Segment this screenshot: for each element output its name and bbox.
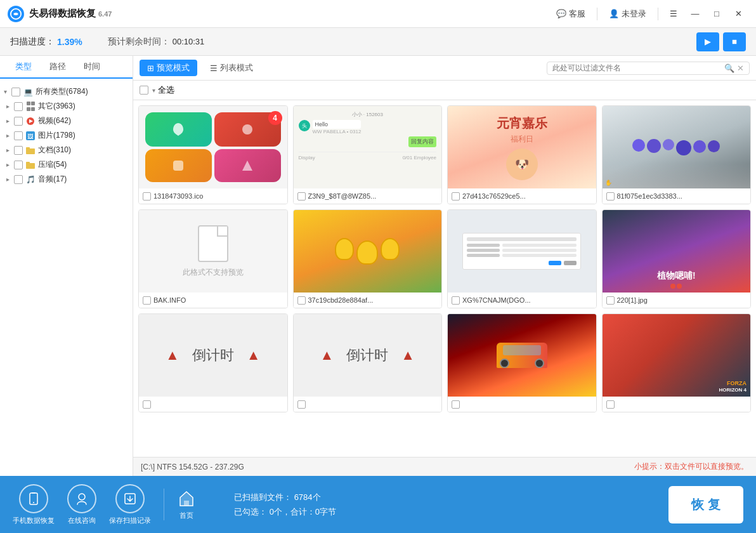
tree-item-image[interactable]: ▸ 🖼 图片(1798) bbox=[0, 128, 133, 143]
chat-icon: 💬 bbox=[556, 9, 566, 18]
menu-button[interactable]: ☰ bbox=[663, 5, 684, 23]
item-checkbox[interactable] bbox=[452, 400, 460, 409]
apps-icon bbox=[25, 102, 36, 112]
svg-rect-17 bbox=[184, 501, 189, 506]
item-checkbox[interactable] bbox=[606, 400, 615, 409]
file-name: 37c19cbd28e884af... bbox=[308, 296, 374, 304]
grid-item[interactable]: 植物嗯哺! 220[1].jpg bbox=[602, 209, 752, 308]
video-checkbox[interactable] bbox=[14, 117, 23, 126]
title-bar: 失易得数据恢复6.47 💬 客服 👤 未登录 ☰ — □ ✕ bbox=[0, 0, 756, 28]
item-checkbox[interactable] bbox=[143, 296, 151, 305]
mobile-recovery-button[interactable]: 手机数据恢复 bbox=[13, 484, 55, 525]
filter-input[interactable] bbox=[552, 63, 724, 72]
thumb-forza2: FORZA HORIZON 4 bbox=[603, 314, 751, 397]
svg-rect-8 bbox=[26, 162, 30, 164]
thumb-countdown2: ▲ 倒计时 ▲ bbox=[294, 314, 442, 397]
file-name: BAK.INFO bbox=[153, 296, 186, 304]
login-button[interactable]: 👤 未登录 bbox=[603, 6, 653, 22]
item-checkbox[interactable] bbox=[297, 400, 306, 409]
tree-root-label: 所有类型(6784) bbox=[36, 86, 88, 97]
select-all-label: 全选 bbox=[158, 84, 174, 96]
tab-time[interactable]: 时间 bbox=[75, 56, 109, 77]
grid-item[interactable]: XG%7CNAJM(DGO... bbox=[447, 209, 597, 308]
online-consult-button[interactable]: 在线咨询 bbox=[67, 484, 96, 525]
grid-item[interactable]: ▲ 倒计时 ▲ bbox=[138, 313, 288, 412]
item-checkbox[interactable] bbox=[606, 192, 615, 201]
grid-footer: 37c19cbd28e884af... bbox=[294, 293, 442, 308]
stop-button[interactable]: ■ bbox=[723, 32, 746, 51]
customer-service-button[interactable]: 💬 客服 bbox=[550, 6, 592, 22]
grid-item[interactable] bbox=[447, 313, 597, 412]
tab-type[interactable]: 类型 bbox=[6, 56, 41, 79]
tree-item-video[interactable]: ▸ 视频(642) bbox=[0, 114, 133, 128]
no-preview-text: 此格式不支持预览 bbox=[183, 267, 244, 278]
item-checkbox[interactable] bbox=[143, 400, 151, 409]
grid-item[interactable]: ✋ 81f075e1ec3d3383... bbox=[602, 105, 752, 204]
list-mode-button[interactable]: ☰ 列表模式 bbox=[202, 60, 261, 76]
grid-item[interactable]: 37c19cbd28e884af... bbox=[293, 209, 443, 308]
item-checkbox[interactable] bbox=[143, 192, 151, 201]
item-checkbox[interactable] bbox=[606, 296, 615, 305]
image-label: 图片(1798) bbox=[38, 130, 75, 141]
svg-rect-14 bbox=[32, 492, 36, 494]
close-button[interactable]: ✕ bbox=[728, 5, 748, 23]
clear-icon[interactable]: ✕ bbox=[737, 63, 744, 73]
thumb-app-icon: 4 bbox=[139, 106, 287, 188]
item-checkbox[interactable] bbox=[452, 296, 460, 305]
grid-item[interactable]: 4 1318473093.ico bbox=[138, 105, 288, 204]
folder-icon bbox=[25, 145, 36, 155]
grid-footer bbox=[603, 397, 751, 412]
grid-footer bbox=[448, 397, 596, 412]
tree-item-doc[interactable]: ▸ 文档(310) bbox=[0, 143, 133, 157]
thumb-countdown1: ▲ 倒计时 ▲ bbox=[139, 314, 287, 397]
eta-value: 00:10:31 bbox=[173, 37, 205, 46]
minimize-button[interactable]: — bbox=[685, 5, 705, 23]
video-icon bbox=[25, 116, 36, 126]
tree-item-audio[interactable]: ▸ 🎵 音频(17) bbox=[0, 172, 133, 187]
grid-item[interactable]: 小小 · 152603 头 Hello WW PABELLA • 0312 bbox=[293, 105, 443, 204]
doc-checkbox[interactable] bbox=[14, 146, 23, 155]
grid-footer: 27d413c76529ce5... bbox=[448, 188, 596, 204]
root-checkbox[interactable] bbox=[11, 88, 20, 96]
item-checkbox[interactable] bbox=[452, 192, 460, 201]
thumb-chat: 小小 · 152603 头 Hello WW PABELLA • 0312 bbox=[294, 106, 442, 188]
tree-root[interactable]: ▾ 💻 所有类型(6784) bbox=[0, 84, 133, 99]
item-checkbox[interactable] bbox=[297, 192, 306, 201]
audio-label: 音频(17) bbox=[38, 174, 67, 185]
other-checkbox[interactable] bbox=[14, 102, 23, 111]
progress-bar: 扫描进度： 1.39% 预计剩余时间： 00:10:31 ▶ ■ bbox=[0, 28, 756, 56]
computer-icon: 💻 bbox=[23, 87, 33, 97]
file-grid: 4 1318473093.ico 小小 · 152603 头 bbox=[133, 100, 756, 457]
tree-item-other[interactable]: ▸ 其它(3963) bbox=[0, 99, 133, 114]
archive-checkbox[interactable] bbox=[14, 161, 23, 169]
item-checkbox[interactable] bbox=[297, 296, 306, 305]
scanned-count: 6784个 bbox=[294, 492, 321, 502]
tree-item-archive[interactable]: ▸ 压缩(54) bbox=[0, 157, 133, 172]
maximize-button[interactable]: □ bbox=[707, 5, 727, 23]
play-button[interactable]: ▶ bbox=[696, 32, 719, 51]
preview-mode-button[interactable]: ⊞ 预览模式 bbox=[140, 60, 197, 76]
grid-item[interactable]: FORZA HORIZON 4 bbox=[602, 313, 752, 412]
grid-item[interactable]: 元宵嘉乐 福利日 🐶 27d413c76529ce5... bbox=[447, 105, 597, 204]
list-icon: ☰ bbox=[210, 63, 218, 73]
thumb-forza1 bbox=[448, 314, 596, 397]
save-scan-button[interactable]: 保存扫描记录 bbox=[109, 484, 151, 525]
home-button[interactable]: 首页 bbox=[177, 489, 196, 520]
archive-icon bbox=[25, 160, 36, 170]
video-label: 视频(642) bbox=[38, 115, 71, 126]
title-right: 💬 客服 👤 未登录 ☰ — □ ✕ bbox=[550, 5, 748, 23]
grid-item[interactable]: 此格式不支持预览 BAK.INFO bbox=[138, 209, 288, 308]
audio-checkbox[interactable] bbox=[14, 175, 23, 184]
bottom-stats: 已扫描到文件： 6784个 已勾选： 0个，合计：0字节 bbox=[209, 490, 656, 520]
image-checkbox[interactable] bbox=[14, 131, 23, 140]
grid-footer bbox=[139, 397, 287, 412]
content-area: ▾ 全选 bbox=[133, 81, 756, 476]
select-all-checkbox[interactable] bbox=[140, 86, 148, 95]
separator2 bbox=[658, 8, 658, 20]
tab-path[interactable]: 路径 bbox=[41, 56, 75, 77]
svg-point-13 bbox=[33, 502, 34, 503]
grid-footer bbox=[294, 397, 442, 412]
grid-item[interactable]: ▲ 倒计时 ▲ bbox=[293, 313, 443, 412]
search-icon: 🔍 bbox=[724, 63, 734, 73]
recover-button[interactable]: 恢 复 bbox=[668, 486, 743, 523]
